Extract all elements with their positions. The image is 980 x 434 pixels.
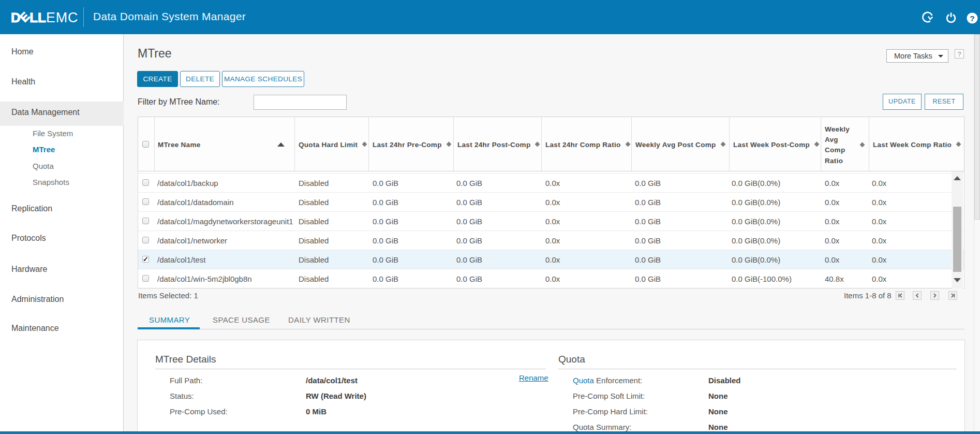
svg-text:?: ? <box>970 14 974 23</box>
